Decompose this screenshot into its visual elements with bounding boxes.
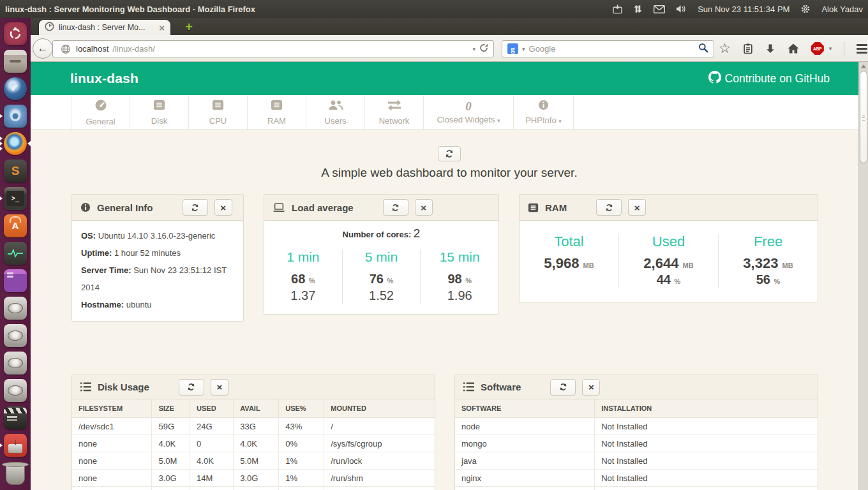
- widget-general-info: General Info × OS: Ubuntu 14.10 3.16.0-2…: [71, 194, 244, 322]
- launcher-software-center[interactable]: A: [0, 212, 31, 239]
- ubuntu-logo-icon: [4, 22, 27, 45]
- tab-disk[interactable]: Disk: [130, 95, 188, 130]
- list-alt-icon: [271, 99, 283, 114]
- bookmarks-menu-icon[interactable]: [743, 43, 753, 54]
- launcher-files[interactable]: [0, 47, 31, 75]
- tab-close-icon[interactable]: ×: [159, 23, 165, 33]
- launcher-ubuntu-dash[interactable]: [0, 20, 31, 47]
- launcher-firefox[interactable]: [0, 130, 31, 157]
- launcher-chromium[interactable]: [0, 102, 31, 130]
- closed-widgets-count: 0: [465, 100, 472, 112]
- search-magnifier-icon[interactable]: [698, 43, 708, 56]
- browser-tab[interactable]: linux-dash : Server Mo... ×: [38, 19, 171, 35]
- widget-close-button[interactable]: ×: [628, 199, 646, 216]
- session-user[interactable]: Alok Yadav: [821, 4, 863, 14]
- widget-header[interactable]: Load average ×: [264, 195, 498, 221]
- tab-ram[interactable]: RAM: [247, 95, 306, 130]
- disk-usage-table: FILESYSTEM SIZE USED AVAIL USE% MOUNTED …: [72, 399, 435, 490]
- launcher-sublime-text[interactable]: S: [0, 157, 31, 184]
- github-icon: [708, 71, 721, 87]
- disk-drive-icon: [4, 324, 27, 347]
- launcher-trash[interactable]: [0, 460, 31, 487]
- downloads-icon[interactable]: [765, 43, 775, 54]
- launcher-terminal[interactable]: >_: [0, 184, 31, 212]
- widget-close-button[interactable]: ×: [582, 379, 600, 396]
- list-alt-icon: [153, 99, 165, 114]
- tab-cpu[interactable]: CPU: [188, 95, 247, 130]
- network-updown-icon[interactable]: [633, 4, 643, 13]
- tab-closed-widgets[interactable]: 0 Closed Widgets ▾: [423, 95, 513, 130]
- system-tray: Sun Nov 23 11:51:34 PM Alok Yadav: [613, 4, 863, 14]
- running-pip: [0, 443, 3, 447]
- google-engine-icon[interactable]: g: [507, 43, 518, 54]
- widget-close-button[interactable]: ×: [415, 199, 433, 216]
- search-bar[interactable]: g ▾: [502, 40, 714, 57]
- table-row: none5.0M4.0K5.0M1%/run/lock: [72, 452, 435, 470]
- widget-close-button[interactable]: ×: [211, 379, 228, 396]
- url-input[interactable]: localhost/linux-dash/ ▾: [52, 40, 494, 57]
- new-tab-button[interactable]: +: [179, 20, 199, 34]
- menu-hamburger-icon[interactable]: [857, 44, 867, 54]
- window-title: linux-dash : Server Monitoring Web Dashb…: [5, 4, 255, 14]
- widget-header[interactable]: Disk Usage ×: [72, 375, 435, 399]
- table-row: none3.0G14M3.0G1%/run/shm: [72, 470, 435, 487]
- launcher-system-monitor[interactable]: [0, 239, 31, 267]
- adblock-plus-icon[interactable]: ABP: [811, 42, 824, 55]
- running-pip: [0, 114, 3, 118]
- software-center-icon: A: [4, 214, 27, 237]
- widget-header[interactable]: General Info ×: [72, 195, 243, 221]
- widget-title: Software: [481, 382, 521, 392]
- url-dropdown-icon[interactable]: ▾: [472, 46, 475, 52]
- clock[interactable]: Sun Nov 23 11:51:34 PM: [698, 4, 789, 14]
- launcher-thunderbird[interactable]: [0, 75, 31, 102]
- thunderbird-icon: [4, 77, 27, 100]
- volume-icon[interactable]: [676, 4, 687, 13]
- widget-refresh-button[interactable]: [550, 379, 576, 396]
- engine-dropdown-icon[interactable]: ▾: [522, 46, 525, 52]
- bookmark-star-icon[interactable]: ☆: [719, 42, 731, 56]
- launcher-media-app[interactable]: [0, 267, 31, 294]
- launcher-video-editor[interactable]: [0, 404, 31, 431]
- github-link[interactable]: Contribute on GitHub: [708, 71, 830, 87]
- tab-network[interactable]: Network: [364, 95, 423, 130]
- widget-refresh-button[interactable]: [179, 379, 204, 396]
- widget-refresh-button[interactable]: [383, 199, 408, 216]
- launcher-disk-1[interactable]: [0, 294, 31, 322]
- widget-software: Software × SOFTWARE INSTALLATION nodeNot…: [454, 375, 818, 490]
- widget-close-button[interactable]: ×: [214, 199, 232, 216]
- scrollbar-track[interactable]: [858, 62, 868, 490]
- widget-ram: RAM × Total 5,968 MB Used 2,644 MB: [519, 194, 818, 302]
- launcher-disk-2[interactable]: [0, 322, 31, 349]
- widget-refresh-button[interactable]: [596, 199, 622, 216]
- reload-icon[interactable]: [479, 43, 488, 55]
- list-alt-icon: [212, 99, 224, 114]
- widget-refresh-button[interactable]: [183, 199, 208, 216]
- sync-indicator-icon[interactable]: [613, 4, 622, 14]
- firefox-icon: [4, 132, 27, 155]
- tab-users[interactable]: Users: [306, 95, 364, 130]
- info-icon: [538, 100, 549, 113]
- tab-title: linux-dash : Server Mo...: [59, 23, 154, 32]
- session-gear-icon[interactable]: [800, 4, 811, 14]
- scrollbar-up-arrow[interactable]: [861, 64, 866, 68]
- widget-header[interactable]: Software ×: [455, 375, 818, 399]
- launcher-disk-3[interactable]: [0, 349, 31, 376]
- launcher-package-installer[interactable]: ↓: [0, 431, 31, 459]
- load-column-1min: 1 min 68 % 1.37: [264, 249, 342, 304]
- back-button[interactable]: ←: [33, 38, 53, 59]
- abp-dropdown-icon[interactable]: ▾: [829, 45, 832, 52]
- search-input[interactable]: [529, 44, 694, 54]
- installer-icon: ↓: [4, 434, 27, 457]
- refresh-all-button[interactable]: [438, 146, 461, 161]
- tab-phpinfo[interactable]: PHPInfo ▾: [513, 95, 574, 130]
- navigation-toolbar: ← localhost/linux-dash/ ▾ g ▾ ☆ ABP ▾: [31, 35, 868, 62]
- clapperboard-icon: [4, 406, 27, 429]
- scrollbar-thumb[interactable]: [860, 71, 867, 163]
- widget-header[interactable]: RAM ×: [520, 195, 818, 221]
- launcher-disk-4[interactable]: [0, 376, 31, 404]
- mail-icon[interactable]: [654, 5, 665, 13]
- home-icon[interactable]: [788, 43, 799, 54]
- table-row: javaNot Installed: [455, 452, 818, 470]
- tab-general[interactable]: General: [71, 95, 130, 130]
- dashboard-content: A simple web dashboard to monitor your s…: [31, 130, 868, 490]
